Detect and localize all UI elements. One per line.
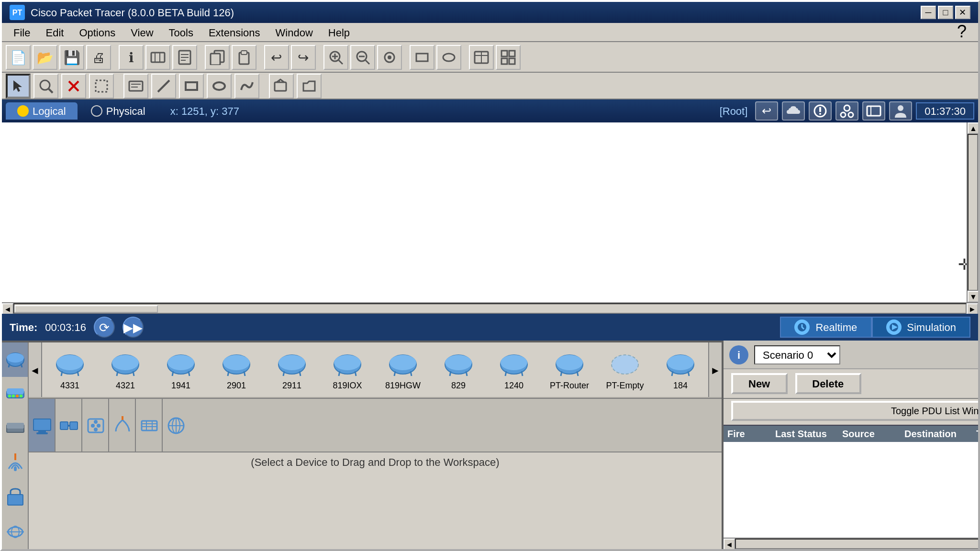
menu-help[interactable]: Help (321, 24, 357, 40)
cat-multiuser[interactable] (136, 399, 163, 452)
logical-tab[interactable]: Logical (6, 102, 78, 120)
menu-options[interactable]: Options (71, 24, 123, 40)
device-pt-empty[interactable]: PT-Empty (597, 343, 653, 397)
print-button[interactable]: 🖨 (86, 44, 111, 69)
network-cloud-button[interactable] (782, 101, 805, 121)
device-184[interactable]: 184 (653, 343, 708, 397)
help-icon[interactable]: ? (949, 22, 974, 42)
realtime-mode-button[interactable]: Realtime (780, 317, 871, 338)
redo-button[interactable]: ↪ (291, 44, 316, 69)
draw-ellipse-tool[interactable] (207, 73, 232, 98)
freehand-tool[interactable] (234, 73, 259, 98)
delete-tool[interactable] (61, 73, 86, 98)
toggle-pdu-button[interactable]: Toggle PDU List Window (731, 401, 978, 421)
go-back-button[interactable]: ↩ (755, 101, 778, 121)
device-829[interactable]: 829 (431, 343, 486, 397)
menu-edit[interactable]: Edit (38, 24, 71, 40)
undo-button[interactable]: ↩ (264, 44, 289, 69)
device-4331[interactable]: 4331 (42, 343, 98, 397)
svg-point-47 (841, 112, 846, 117)
vertical-scrollbar[interactable]: ▲ ▼ (967, 122, 978, 302)
device-2901[interactable]: 2901 (209, 343, 264, 397)
svg-line-38 (158, 80, 169, 91)
new-button[interactable]: 📄 (6, 44, 31, 69)
category-wireless[interactable] (2, 446, 28, 480)
cat-components[interactable] (82, 399, 109, 452)
scroll-right-button[interactable]: ► (967, 303, 978, 315)
simulation-mode-button[interactable]: Simulation (871, 317, 970, 338)
viewport-button[interactable] (862, 101, 885, 121)
place-note-button[interactable] (809, 101, 832, 121)
zoom-reset-button[interactable] (377, 44, 402, 69)
zoom-in-button[interactable] (323, 44, 348, 69)
menu-window[interactable]: Window (268, 24, 321, 40)
inspect-tool[interactable] (33, 73, 58, 98)
category-wan[interactable] (2, 515, 28, 549)
cat-end-devices-active[interactable] (29, 399, 56, 452)
scroll-down-button[interactable]: ▼ (968, 291, 978, 302)
svg-point-109 (556, 354, 583, 370)
category-routers[interactable] (2, 342, 28, 377)
category-security[interactable] (2, 480, 28, 515)
new-pdu-button[interactable]: New (731, 373, 787, 394)
reset-time-button[interactable]: ⟳ (94, 317, 115, 338)
scroll-devices-left[interactable]: ◄ (29, 342, 42, 397)
cat-custom[interactable] (163, 399, 189, 452)
zoom-out-button[interactable] (350, 44, 375, 69)
label-tool[interactable] (123, 73, 148, 98)
open-button[interactable]: 📂 (33, 44, 57, 69)
svg-marker-29 (13, 80, 22, 91)
category-switches[interactable] (2, 377, 28, 411)
device-table-button[interactable] (469, 44, 494, 69)
device-819hgw-icon (386, 350, 420, 378)
device-4321[interactable]: 4321 (98, 343, 153, 397)
activity-wizard-button[interactable] (172, 44, 197, 69)
device-1240[interactable]: 1240 (486, 343, 542, 397)
cat-connections[interactable] (56, 399, 82, 452)
custom-button[interactable] (496, 44, 521, 69)
device-819iox[interactable]: 819IOX (320, 343, 375, 397)
scenario-select[interactable]: Scenario 0 (754, 345, 840, 364)
menu-tools[interactable]: Tools (161, 24, 201, 40)
device-4331-icon (53, 350, 87, 378)
scroll-thumb-horizontal[interactable] (14, 305, 158, 313)
open-pdu-tool[interactable] (297, 73, 322, 98)
scroll-up-button[interactable]: ▲ (968, 122, 978, 134)
device-2911[interactable]: 2911 (264, 343, 320, 397)
copy-button[interactable] (205, 44, 230, 69)
select-tool[interactable] (6, 73, 31, 98)
network-info-button[interactable] (145, 44, 170, 69)
play-button[interactable]: ▶▶ (122, 317, 144, 338)
person-button[interactable] (889, 101, 912, 121)
minimize-button[interactable]: ─ (921, 6, 936, 19)
scroll-left-button[interactable]: ◄ (2, 303, 13, 315)
maximize-button[interactable]: □ (938, 6, 953, 19)
pdu-scroll-left[interactable]: ◄ (724, 539, 735, 549)
save-button[interactable]: 💾 (59, 44, 84, 69)
physical-tab[interactable]: Physical (79, 102, 157, 120)
device-1941[interactable]: 1941 (153, 343, 209, 397)
delete-pdu-button[interactable]: Delete (795, 373, 861, 394)
menu-extensions[interactable]: Extensions (201, 24, 268, 40)
close-button[interactable]: ✕ (955, 6, 970, 19)
pdu-info-icon[interactable]: i (729, 345, 748, 364)
cat-misc[interactable] (109, 399, 136, 452)
device-184-icon (663, 350, 698, 378)
add-pdu-tool[interactable] (269, 73, 294, 98)
menu-view[interactable]: View (123, 24, 161, 40)
info-button[interactable]: ℹ (119, 44, 144, 69)
resize-tool[interactable] (89, 73, 114, 98)
device-4331-label: 4331 (60, 380, 79, 390)
draw-rect-tool[interactable] (179, 73, 204, 98)
draw-line-tool[interactable] (151, 73, 176, 98)
category-hubs[interactable] (2, 411, 28, 446)
paste-button[interactable] (232, 44, 256, 69)
menu-file[interactable]: File (6, 24, 38, 40)
device-819hgw[interactable]: 819HGW (375, 343, 431, 397)
rect-tool-button[interactable] (410, 44, 434, 69)
workspace-canvas[interactable]: ✛ ▲ ▼ (2, 122, 978, 302)
scroll-devices-right[interactable]: ► (708, 342, 722, 397)
cluster-button[interactable] (835, 101, 858, 121)
device-pt-router[interactable]: PT-Router (542, 343, 597, 397)
ellipse-tool-button[interactable] (436, 44, 461, 69)
